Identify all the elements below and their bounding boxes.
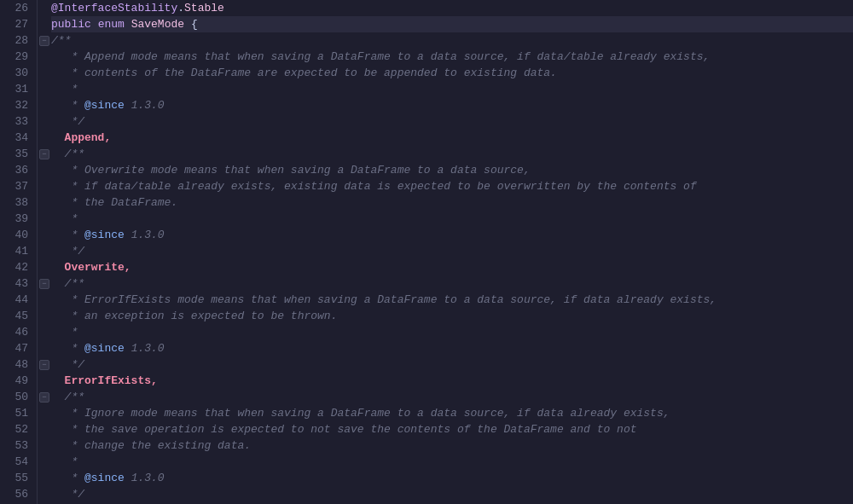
code-token: enum: [98, 16, 125, 32]
code-line: *: [51, 454, 853, 470]
line-number: 28: [9, 32, 28, 49]
code-token: [125, 16, 131, 32]
code-token: *: [51, 81, 78, 97]
line-number: 34: [9, 130, 28, 146]
line-number: 46: [9, 324, 28, 340]
code-line: * Ignore mode means that when saving a D…: [51, 405, 853, 421]
code-line: *: [51, 211, 853, 227]
code-token: 1.3.0: [125, 470, 165, 486]
code-line: * Append mode means that when saving a D…: [51, 49, 853, 65]
line-number: 26: [9, 0, 28, 16]
code-token: */: [51, 356, 84, 373]
line-number: 33: [9, 113, 28, 130]
code-line: *: [51, 81, 853, 97]
code-line: */: [51, 486, 853, 502]
line-number: 44: [9, 292, 28, 308]
code-token: public: [51, 16, 91, 32]
code-line: * an exception is expected to be thrown.: [51, 308, 853, 324]
code-line: */: [51, 113, 853, 130]
line-number: 53: [9, 437, 28, 454]
line-number: 49: [9, 373, 28, 389]
code-token: *: [51, 324, 78, 340]
line-number-gutter: 2627282930313233343536373839404142434445…: [0, 0, 38, 504]
code-token: Stable: [184, 0, 224, 16]
code-token: @since: [84, 227, 125, 243]
code-token: /**: [51, 146, 84, 162]
code-token: @since: [84, 470, 125, 486]
fold-icon[interactable]: −: [39, 392, 49, 403]
line-number: 54: [9, 454, 28, 470]
code-area[interactable]: @InterfaceStability.Stablepublic enum Sa…: [38, 0, 853, 504]
code-token: * the DataFrame.: [51, 194, 177, 211]
code-line: * ErrorIfExists mode means that when sav…: [51, 292, 853, 308]
code-token: * Ignore mode means that when saving a D…: [51, 405, 670, 421]
line-number: 30: [9, 65, 28, 81]
code-token: *: [51, 211, 78, 227]
code-line: * the DataFrame.: [51, 194, 853, 211]
line-number: 43: [9, 275, 28, 292]
line-number: 52: [9, 421, 28, 437]
code-token: *: [51, 227, 84, 243]
line-number: 55: [9, 470, 28, 486]
code-line: − /**: [51, 275, 853, 292]
code-token: *: [51, 470, 84, 486]
line-number: 48: [9, 356, 28, 373]
fold-icon[interactable]: −: [39, 360, 49, 370]
code-line: * the save operation is expected to not …: [51, 421, 853, 437]
line-number: 40: [9, 227, 28, 243]
code-line: − /**: [51, 389, 853, 405]
line-number: 45: [9, 308, 28, 324]
code-line: *: [51, 324, 853, 340]
line-number: 39: [9, 211, 28, 227]
code-token: * ErrorIfExists mode means that when sav…: [51, 292, 717, 308]
code-line: * @since 1.3.0: [51, 470, 853, 486]
code-line: Overwrite,: [51, 259, 853, 275]
fold-icon[interactable]: −: [39, 149, 49, 159]
line-number: 37: [9, 178, 28, 194]
code-token: 1.3.0: [125, 97, 165, 113]
line-number: 38: [9, 194, 28, 211]
code-token: *: [51, 97, 84, 113]
code-line: Append,: [51, 130, 853, 146]
code-token: SaveMode: [131, 16, 184, 32]
code-token: 1.3.0: [125, 227, 165, 243]
code-line: ErrorIfExists,: [51, 373, 853, 389]
code-token: .: [177, 0, 184, 16]
line-number: 41: [9, 243, 28, 259]
code-token: *: [51, 340, 84, 356]
line-number: 35: [9, 146, 28, 162]
code-token: ErrorIfExists,: [51, 373, 158, 389]
code-token: * change the existing data.: [51, 437, 251, 454]
code-token: */: [51, 486, 84, 502]
code-line: */: [51, 243, 853, 259]
line-number: 50: [9, 389, 28, 405]
code-line: * if data/table already exists, existing…: [51, 178, 853, 194]
fold-icon[interactable]: −: [39, 36, 49, 46]
code-line: * @since 1.3.0: [51, 97, 853, 113]
line-number: 42: [9, 259, 28, 275]
code-token: {: [184, 16, 198, 32]
code-line: − */: [51, 356, 853, 373]
code-editor: 2627282930313233343536373839404142434445…: [0, 0, 853, 504]
line-number: 27: [9, 16, 28, 32]
code-token: * Append mode means that when saving a D…: [51, 49, 710, 65]
code-line: * @since 1.3.0: [51, 340, 853, 356]
code-line: * change the existing data.: [51, 437, 853, 454]
code-token: * contents of the DataFrame are expected…: [51, 65, 557, 81]
code-line: − /**: [51, 146, 853, 162]
line-number: 36: [9, 162, 28, 178]
line-number: 32: [9, 97, 28, 113]
code-token: * an exception is expected to be thrown.: [51, 308, 337, 324]
code-token: [91, 16, 98, 32]
code-token: /**: [51, 32, 71, 49]
line-number: 31: [9, 81, 28, 97]
line-number: 29: [9, 49, 28, 65]
code-token: @since: [84, 97, 125, 113]
code-token: *: [51, 454, 78, 470]
code-token: @since: [84, 340, 125, 356]
code-line: * contents of the DataFrame are expected…: [51, 65, 853, 81]
fold-icon[interactable]: −: [39, 279, 49, 289]
code-token: 1.3.0: [125, 340, 165, 356]
code-token: @InterfaceStability: [51, 0, 177, 16]
code-token: Append,: [51, 130, 111, 146]
